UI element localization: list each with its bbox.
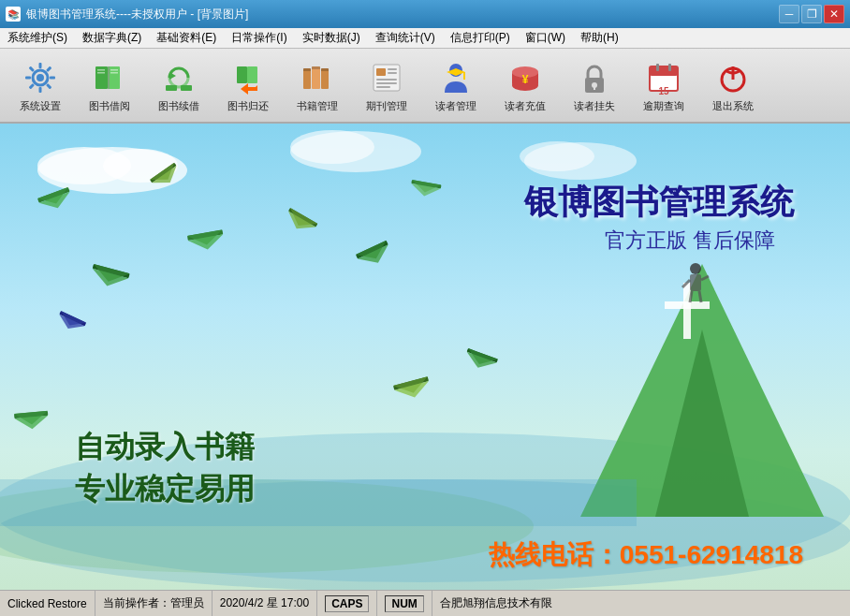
slogan-1: 自动录入书籍 bbox=[75, 427, 255, 468]
svg-rect-31 bbox=[388, 72, 397, 74]
toolbar-icon bbox=[367, 58, 406, 97]
status-action: Clicked Restore bbox=[0, 591, 95, 616]
menu-item[interactable]: 日常操作(I) bbox=[224, 28, 294, 48]
toolbar-button[interactable]: 15 逾期查询 bbox=[631, 53, 696, 117]
toolbar-label: 图书归还 bbox=[227, 99, 269, 113]
toolbar-icon: 15 bbox=[644, 58, 683, 97]
menu-bar: 系统维护(S)数据字典(Z)基础资料(E)日常操作(I)实时数据(J)查询统计(… bbox=[0, 28, 850, 49]
status-operator: 当前操作者： 管理员 bbox=[95, 591, 212, 616]
toolbar-label: 读者充值 bbox=[505, 99, 546, 113]
toolbar-label: 图书借阅 bbox=[89, 99, 130, 113]
svg-marker-36 bbox=[447, 68, 465, 76]
toolbar-button[interactable]: 系统设置 bbox=[7, 53, 73, 117]
minimize-button[interactable]: ─ bbox=[779, 5, 799, 23]
toolbar-label: 逾期查询 bbox=[643, 99, 684, 113]
svg-rect-34 bbox=[376, 86, 390, 88]
title-bar-left: 📚 银博图书管理系统----未授权用户 - [背景图片] bbox=[6, 7, 248, 22]
menu-item[interactable]: 数据字典(Z) bbox=[75, 28, 149, 48]
svg-rect-29 bbox=[376, 68, 386, 76]
toolbar-label: 退出系统 bbox=[712, 99, 754, 113]
restore-button[interactable]: ❐ bbox=[801, 5, 822, 23]
hotline: 热线电话：0551-62914818 bbox=[489, 537, 803, 573]
svg-rect-44 bbox=[594, 85, 595, 90]
toolbar-icon bbox=[575, 58, 614, 97]
svg-rect-46 bbox=[650, 66, 678, 76]
svg-rect-25 bbox=[303, 68, 311, 71]
svg-rect-6 bbox=[39, 87, 42, 93]
hotline-number: 0551-62914818 bbox=[620, 540, 803, 569]
status-bar: Clicked Restore 当前操作者： 管理员 2020/4/2 星 17… bbox=[0, 590, 850, 616]
title-controls: ─ ❐ ✕ bbox=[779, 5, 844, 23]
toolbar-button[interactable]: 图书借阅 bbox=[77, 53, 142, 117]
svg-rect-19 bbox=[181, 85, 192, 91]
svg-rect-22 bbox=[303, 68, 311, 89]
caps-badge: CAPS bbox=[317, 591, 377, 616]
svg-rect-2 bbox=[39, 63, 42, 68]
svg-rect-49 bbox=[668, 64, 671, 71]
toolbar-icon bbox=[90, 58, 129, 97]
toolbar-button[interactable]: 图书归还 bbox=[215, 53, 281, 117]
svg-rect-18 bbox=[166, 85, 177, 91]
svg-rect-20 bbox=[237, 66, 247, 83]
menu-item[interactable]: 窗口(W) bbox=[518, 28, 573, 48]
svg-rect-26 bbox=[312, 66, 320, 69]
toolbar-label: 图书续借 bbox=[158, 99, 199, 113]
num-indicator: NUM bbox=[385, 595, 423, 612]
hotline-label: 热线电话： bbox=[489, 540, 620, 569]
main-subtitle: 官方正版 售后保障 bbox=[605, 227, 775, 255]
toolbar-icon bbox=[713, 58, 753, 97]
company-info: 合肥旭翔信息技术有限 bbox=[432, 591, 850, 616]
menu-item[interactable]: 实时数据(J) bbox=[295, 28, 368, 48]
toolbar-button[interactable]: ¥ 读者充值 bbox=[492, 53, 558, 117]
toolbar-icon bbox=[298, 58, 337, 97]
toolbar-button[interactable]: 图书续借 bbox=[146, 53, 212, 117]
operator-label: 当前操作者： bbox=[103, 595, 170, 611]
svg-rect-37 bbox=[463, 72, 465, 80]
toolbar-icon: ¥ bbox=[506, 58, 545, 97]
svg-rect-9 bbox=[29, 66, 35, 71]
operator-value: 管理员 bbox=[170, 595, 204, 611]
caps-indicator: CAPS bbox=[325, 595, 369, 612]
svg-marker-17 bbox=[169, 72, 176, 80]
num-badge: NUM bbox=[377, 591, 432, 616]
toolbar: 系统设置 图书借阅 图书续借 图书归还 书籍管理 bbox=[0, 49, 850, 124]
slogan-2: 专业稳定易用 bbox=[75, 469, 255, 510]
menu-item[interactable]: 基础资料(E) bbox=[149, 28, 224, 48]
toolbar-icon bbox=[21, 58, 60, 97]
title-bar: 📚 银博图书管理系统----未授权用户 - [背景图片] ─ ❐ ✕ bbox=[0, 0, 850, 28]
menu-item[interactable]: 信息打印(P) bbox=[443, 28, 518, 48]
menu-item[interactable]: 查询统计(V) bbox=[368, 28, 443, 48]
svg-rect-27 bbox=[321, 68, 329, 71]
toolbar-icon bbox=[436, 58, 476, 97]
menu-item[interactable]: 系统维护(S) bbox=[0, 28, 75, 48]
status-datetime: 2020/4/2 星 17:00 bbox=[212, 591, 317, 616]
toolbar-label: 系统设置 bbox=[20, 99, 61, 113]
window-title: 银博图书管理系统----未授权用户 - [背景图片] bbox=[26, 7, 248, 22]
toolbar-label: 读者管理 bbox=[435, 99, 476, 113]
svg-text:¥: ¥ bbox=[522, 73, 529, 86]
svg-rect-7 bbox=[29, 83, 35, 89]
svg-rect-23 bbox=[312, 66, 320, 89]
toolbar-label: 期刊管理 bbox=[366, 99, 407, 113]
main-content: 银博图书管理系统 官方正版 售后保障 自动录入书籍 专业稳定易用 热线电话：05… bbox=[0, 124, 850, 590]
toolbar-icon bbox=[228, 58, 268, 97]
svg-rect-4 bbox=[50, 76, 55, 79]
svg-rect-15 bbox=[110, 69, 118, 71]
toolbar-button[interactable]: 读者管理 bbox=[423, 53, 489, 117]
svg-rect-14 bbox=[97, 72, 105, 74]
svg-rect-16 bbox=[110, 72, 118, 74]
toolbar-button[interactable]: 读者挂失 bbox=[562, 53, 627, 117]
close-button[interactable]: ✕ bbox=[824, 5, 844, 23]
svg-rect-5 bbox=[46, 83, 51, 89]
toolbar-button[interactable]: 退出系统 bbox=[700, 53, 766, 117]
svg-rect-24 bbox=[321, 68, 329, 89]
toolbar-icon bbox=[159, 58, 198, 97]
main-title: 银博图书管理系统 bbox=[524, 180, 794, 226]
menu-item[interactable]: 帮助(H) bbox=[573, 28, 626, 48]
svg-text:15: 15 bbox=[658, 86, 669, 96]
svg-rect-13 bbox=[97, 69, 105, 71]
svg-rect-8 bbox=[25, 76, 31, 79]
toolbar-label: 读者挂失 bbox=[574, 99, 615, 113]
toolbar-button[interactable]: 期刊管理 bbox=[354, 53, 419, 117]
toolbar-button[interactable]: 书籍管理 bbox=[285, 53, 350, 117]
